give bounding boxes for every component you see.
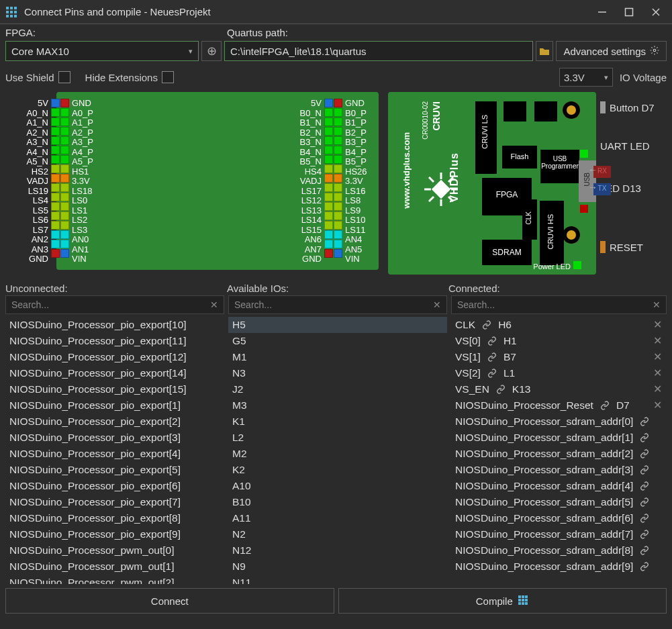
list-item[interactable]: L2 [228,430,447,446]
list-item[interactable]: A11 [228,510,447,526]
list-item[interactable]: H5 [228,317,447,333]
list-item[interactable]: G5 [228,333,447,349]
list-item[interactable]: NIOSDuino_Processor_pio_export[11] [5,333,224,349]
clear-icon[interactable]: ✕ [210,299,218,310]
remove-icon[interactable]: ✕ [653,319,662,331]
list-item[interactable]: N9 [228,559,447,575]
unconnected-header: Unconnected: [5,283,227,294]
list-item[interactable]: K1 [228,414,447,430]
available-search[interactable]: Search...✕ [228,295,447,314]
list-item[interactable]: NIOSDuino_Processor_pio_export[9] [5,526,224,542]
list-item[interactable]: NIOSDuino_Processor_pwm_out[1] [5,559,224,575]
svg-line-11 [448,197,453,201]
use-shield-checkbox[interactable] [58,71,70,83]
list-item[interactable]: NIOSDuino_Processor_sdram_addr[5] [451,494,666,510]
remove-icon[interactable]: ✕ [653,351,662,363]
browse-button[interactable] [536,41,553,61]
list-item[interactable]: M3 [228,397,447,414]
connect-button[interactable]: Connect [5,588,334,614]
list-item[interactable]: NIOSDuino_Processor_pio_export[14] [5,365,224,381]
list-item[interactable]: CLKH6✕ [451,317,666,333]
list-item[interactable]: NIOSDuino_Processor_pio_export[12] [5,349,224,365]
list-item[interactable]: NIOSDuino_Processor_sdram_addr[3] [451,462,666,478]
link-icon [486,352,498,362]
remove-icon[interactable]: ✕ [653,335,662,347]
pinlabels-rightblock-right: GNDB0_PB1_PB2_PB3_PB4_PB5_PHS263.3VLS16L… [342,99,379,264]
list-item[interactable]: N12 [228,542,447,559]
quartus-path-input[interactable]: C:\intelFPGA_lite\18.1\quartus [224,41,533,61]
available-list[interactable]: H5G5M1N3J2M3K1L2M2K2A10B10A11N2N12N9N11 [228,317,447,584]
hide-ext-label: Hide Extensions [85,72,158,83]
list-item[interactable]: NIOSDuino_Processor_pio_export[8] [5,510,224,526]
compile-button[interactable]: Compile [338,588,667,614]
advanced-settings-button[interactable]: Advanced settings [556,41,667,61]
clear-icon[interactable]: ✕ [433,299,441,310]
svg-line-12 [448,177,453,182]
list-item[interactable]: NIOSDuino_Processor_pio_export[3] [5,430,224,446]
list-item[interactable]: NIOSDuino_Processor_pio_export[4] [5,446,224,462]
list-item[interactable]: NIOSDuino_Processor_sdram_addr[6] [451,510,666,526]
list-item[interactable]: NIOSDuino_Processor_sdram_addr[2] [451,446,666,462]
list-item[interactable]: NIOSDuino_Processor_sdram_addr[7] [451,526,666,542]
svg-line-13 [429,197,434,201]
compile-label: Compile [476,595,513,607]
button-d7-label: Button D7 [610,102,655,113]
minimize-button[interactable] [589,0,616,24]
connected-search[interactable]: Search...✕ [451,295,667,314]
unconnected-list[interactable]: NIOSDuino_Processor_pio_export[10]NIOSDu… [5,317,224,584]
list-item[interactable]: NIOSDuino_Processor_sdram_addr[0] [451,414,666,430]
list-item[interactable]: NIOSDuino_Processor_sdram_addr[8] [451,542,666,559]
list-item[interactable]: M2 [228,446,447,462]
connected-list[interactable]: CLKH6✕VS[0]H1✕VS[1]B7✕VS[2]L1✕VS_ENK13✕N… [451,317,667,584]
unconnected-search[interactable]: Search...✕ [5,295,224,314]
maximize-button[interactable] [616,0,642,24]
list-headers: Unconnected: Available IOs: Connected: [0,279,672,295]
svg-rect-5 [432,180,450,199]
list-item[interactable]: NIOSDuino_Processor_pio_export[6] [5,478,224,494]
list-item[interactable]: N2 [228,526,447,542]
link-icon [638,481,651,491]
list-item[interactable]: VS[1]B7✕ [451,349,666,365]
list-item[interactable]: NIOSDuino_Processor_pio_export[5] [5,462,224,478]
pcb-url: www.vhdplus.com [401,132,412,209]
flash-chip: Flash [502,146,537,168]
list-item[interactable]: VS_ENK13✕ [451,381,666,397]
titlebar: Connect Pins and compile - NeuesProjekt [0,0,672,24]
clear-icon[interactable]: ✕ [653,299,661,310]
list-item[interactable]: VS[0]H1✕ [451,333,666,349]
list-item[interactable]: NIOSDuino_Processor_pio_export[10] [5,317,224,333]
remove-icon[interactable]: ✕ [653,399,662,412]
list-item[interactable]: NIOSDuino_Processor_pio_export[1] [5,397,224,414]
fpga-select[interactable]: Core MAX10 [5,41,199,61]
list-item[interactable]: NIOSDuino_Processor_pio_export[7] [5,494,224,510]
list-item[interactable]: K2 [228,462,447,478]
io-voltage-select[interactable]: 3.3V [559,68,613,87]
list-item[interactable]: NIOSDuino_Processor_sdram_addr[1] [451,430,666,446]
list-item[interactable]: NIOSDuino_Processor_sdram_addr[4] [451,478,666,494]
list-item[interactable]: NIOSDuino_Processor_pio_export[2] [5,414,224,430]
list-item[interactable]: NIOSDuino_Processor_pio_export[15] [5,381,224,397]
list-item[interactable]: B10 [228,494,447,510]
pinlabels-leftblock-left: 5VA0_NA1_NA2_NA3_NA4_NA5_NHS2VADJLS19LS4… [15,99,51,264]
remove-icon[interactable]: ✕ [653,367,662,379]
link-icon [638,562,651,571]
usb-programmer: USBProgrammer [540,150,579,183]
sdram-chip: SDRAM [482,240,532,265]
list-item[interactable]: VS[2]L1✕ [451,365,666,381]
list-item[interactable]: N11 [228,575,447,584]
list-item[interactable]: A10 [228,478,447,494]
list-item[interactable]: NIOSDuino_Processor_pwm_out[0] [5,542,224,559]
add-fpga-button[interactable]: ⊕ [201,41,222,61]
list-item[interactable]: NIOSDuino_Processor_sdram_addr[9] [451,559,666,575]
list-item[interactable]: M1 [228,349,447,365]
remove-icon[interactable]: ✕ [653,383,662,395]
list-item[interactable]: NIOSDuino_Processor_ResetD7✕ [451,397,666,414]
list-item[interactable]: J2 [228,381,447,397]
close-button[interactable] [642,0,669,24]
list-item[interactable]: NIOSDuino_Processor_pwm_out[2] [5,575,224,584]
hide-ext-checkbox[interactable] [162,71,174,83]
link-icon [495,385,507,394]
list-item[interactable]: N3 [228,365,447,381]
reset-label: RESET [610,242,643,253]
link-icon [638,546,651,555]
